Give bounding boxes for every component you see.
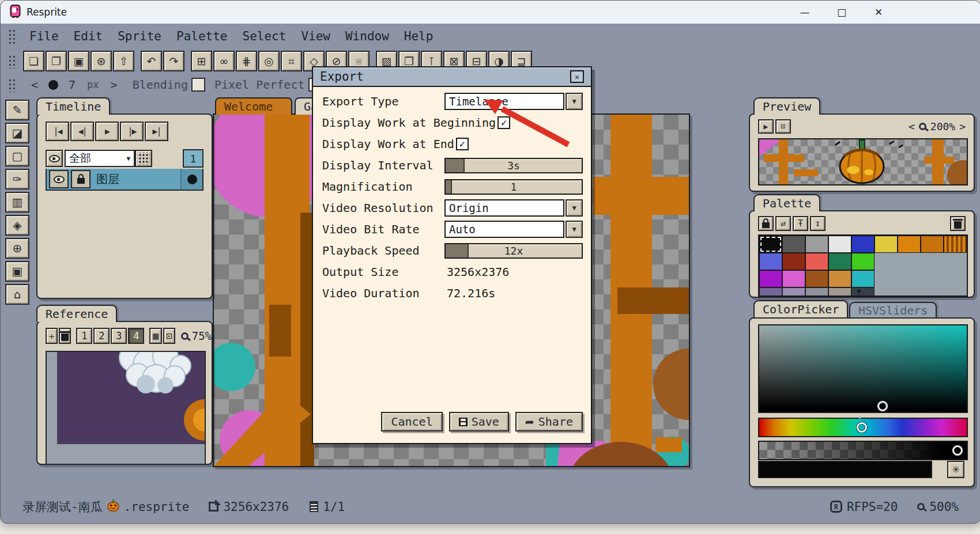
dropdown-arrow-icon[interactable]: ▼ xyxy=(566,221,583,238)
palette-swap-button[interactable]: ⇄ xyxy=(775,216,791,231)
dropdown-arrow-icon[interactable]: ▼ xyxy=(566,93,583,110)
delete-reference-button[interactable] xyxy=(59,328,71,344)
select-ellipse-button[interactable]: ◎ xyxy=(258,51,280,71)
menu-help[interactable]: Help xyxy=(397,29,441,43)
menu-window[interactable]: Window xyxy=(338,29,397,43)
reference-image[interactable] xyxy=(46,351,206,465)
menu-edit[interactable]: Edit xyxy=(66,29,111,43)
swatch[interactable] xyxy=(759,287,782,297)
export-button[interactable]: ⇧ xyxy=(113,51,134,71)
reset-color-button[interactable]: ✳ xyxy=(947,461,964,478)
canvas-tab-welcome[interactable]: Welcome xyxy=(215,97,292,115)
brush-size-increase[interactable]: > xyxy=(111,78,118,92)
cancel-button[interactable]: Cancel xyxy=(381,412,442,431)
hsvsliders-tab[interactable]: HSVSliders xyxy=(849,302,937,317)
group-visibility-button[interactable] xyxy=(46,150,63,167)
palette-delete-button[interactable] xyxy=(950,216,966,231)
scroll-down-icon[interactable]: ▼ xyxy=(857,287,861,296)
menu-select[interactable]: Select xyxy=(235,29,294,43)
display-work-at-beginning-checkbox[interactable]: ✓ xyxy=(497,116,510,129)
colorpicker-tab[interactable]: ColorPicker xyxy=(753,300,848,317)
menu-palette[interactable]: Palette xyxy=(169,29,235,43)
hue-cursor[interactable] xyxy=(857,422,867,433)
toolbar-drag-handle-icon[interactable] xyxy=(7,54,17,69)
share-button[interactable]: ➦Share xyxy=(515,412,583,431)
dialog-close-button[interactable]: ✕ xyxy=(570,70,584,83)
redo-button[interactable]: ↷ xyxy=(163,51,184,71)
palette-tab[interactable]: Palette xyxy=(753,194,820,211)
frame-cell[interactable] xyxy=(180,169,202,189)
swatch[interactable] xyxy=(759,253,782,270)
swatch[interactable] xyxy=(782,270,805,287)
tool-shading-button[interactable]: ▥ xyxy=(5,192,29,213)
preview-tab[interactable]: Preview xyxy=(753,97,820,115)
grid-button[interactable]: ⊞ xyxy=(191,51,212,71)
tool-pencil-button[interactable]: ✎ xyxy=(5,100,29,120)
reference-overlay-button[interactable]: ▦ xyxy=(149,328,161,344)
video-resolution-dropdown[interactable]: Origin▼ xyxy=(444,199,583,217)
swatch[interactable] xyxy=(805,270,828,287)
display-interval-slider[interactable]: 3s xyxy=(444,158,583,173)
alpha-cursor[interactable] xyxy=(952,445,963,456)
swatch[interactable] xyxy=(828,270,851,287)
layer-group-dropdown[interactable]: 全部 ▼ xyxy=(65,150,135,167)
adjust-button[interactable]: ⋕ xyxy=(236,51,257,71)
go-to-start-button[interactable]: |◀ xyxy=(46,122,69,141)
new-file-button[interactable]: ❏ xyxy=(23,51,44,71)
tool-move-button[interactable]: ⊕ xyxy=(5,238,29,259)
tool-stamp-button[interactable]: ⌂ xyxy=(5,284,29,305)
sv-cursor[interactable] xyxy=(877,401,888,411)
minimize-button[interactable]: — xyxy=(791,1,818,24)
swatch[interactable] xyxy=(851,236,875,253)
next-frame-button[interactable]: |▶ xyxy=(120,122,144,141)
swatch[interactable] xyxy=(828,236,851,253)
hue-slider[interactable]: ▾ xyxy=(758,418,968,437)
reference-page-1[interactable]: 1 xyxy=(76,328,92,344)
swatch[interactable] xyxy=(851,287,875,297)
swatch[interactable] xyxy=(851,253,875,270)
dropdown-arrow-icon[interactable]: ▼ xyxy=(566,199,583,217)
undo-button[interactable]: ↶ xyxy=(141,51,162,71)
menu-view[interactable]: View xyxy=(293,29,338,43)
swatch[interactable] xyxy=(759,236,782,253)
swatch[interactable] xyxy=(828,287,851,297)
tool-eraser-button[interactable]: ◪ xyxy=(5,123,29,143)
magnification-slider[interactable]: 1 xyxy=(444,179,583,195)
menubar-drag-handle-icon[interactable] xyxy=(7,28,17,45)
save-file-button[interactable]: ▣ xyxy=(68,51,89,71)
palette-insert-button[interactable]: Ŧ xyxy=(793,216,808,231)
layer-visibility-button[interactable] xyxy=(49,170,69,188)
preview-fit-button[interactable]: ⊡ xyxy=(775,119,791,134)
tool-fill-button[interactable]: ◈ xyxy=(5,215,29,236)
palette-apply-button[interactable]: ↧ xyxy=(810,216,826,231)
swatch[interactable] xyxy=(782,253,805,270)
export-type-dropdown[interactable]: Timelapse▼ xyxy=(444,93,583,110)
reference-page-2[interactable]: 2 xyxy=(93,328,110,344)
brush-size-decrease[interactable]: < xyxy=(31,78,38,92)
tool-marquee-button[interactable]: ▢ xyxy=(5,146,29,166)
menu-sprite[interactable]: Sprite xyxy=(110,29,169,43)
swatch[interactable] xyxy=(805,236,828,253)
reference-tab[interactable]: Reference xyxy=(36,305,117,322)
brush-shape-icon[interactable] xyxy=(48,80,58,90)
swatch[interactable] xyxy=(805,253,828,270)
playback-speed-slider[interactable]: 12x xyxy=(444,243,583,259)
reference-fit-button[interactable]: ⊡ xyxy=(163,328,175,344)
preview-zoom-next[interactable]: > xyxy=(959,120,966,132)
swatch[interactable] xyxy=(782,236,805,253)
preview-zoom-prev[interactable]: < xyxy=(909,120,915,132)
go-to-end-button[interactable]: ▶| xyxy=(145,122,168,141)
menu-file[interactable]: File xyxy=(22,29,66,43)
options-drag-handle-icon[interactable] xyxy=(7,77,17,92)
tool-pen-button[interactable]: ✑ xyxy=(5,169,29,190)
close-button[interactable]: ✕ xyxy=(865,1,892,24)
swatch[interactable] xyxy=(944,236,967,253)
reference-page-3[interactable]: 3 xyxy=(111,328,127,344)
prev-frame-button[interactable]: ◀| xyxy=(70,122,94,141)
settings-button[interactable]: ⊛ xyxy=(91,51,112,71)
timeline-tab[interactable]: Timeline xyxy=(36,97,110,115)
swatch[interactable] xyxy=(898,236,921,253)
blending-checkbox[interactable] xyxy=(191,78,205,92)
saturation-value-field[interactable] xyxy=(758,324,968,413)
palette-lock-button[interactable] xyxy=(758,216,774,231)
